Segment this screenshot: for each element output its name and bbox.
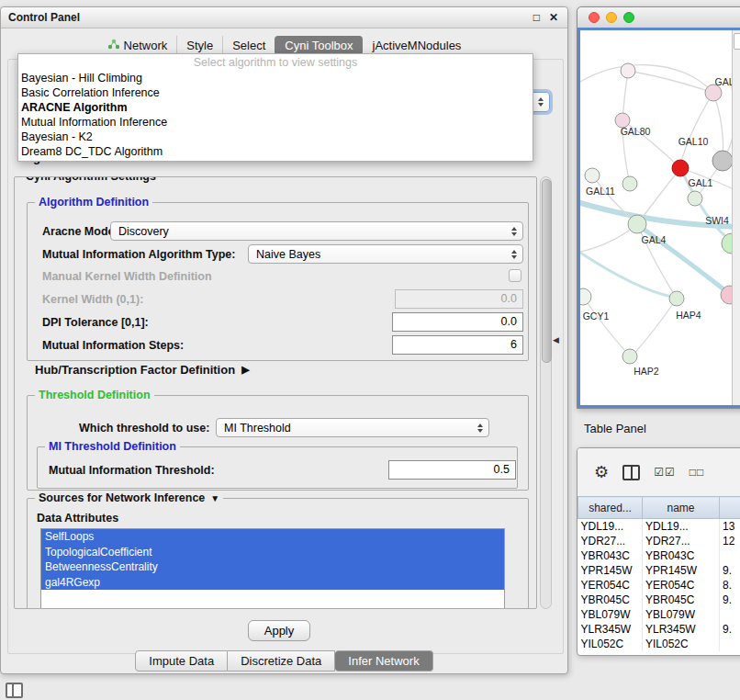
cyni-bottom-tabs: Impute Data Discretize Data Infer Networ…: [1, 650, 567, 672]
network-node[interactable]: [672, 160, 689, 176]
control-panel-titlebar[interactable]: Control Panel □ ✕: [1, 7, 567, 28]
dropdown-item[interactable]: Mutual Information Inference: [18, 115, 533, 130]
tab-network[interactable]: Network: [98, 36, 177, 55]
tab-select[interactable]: Select: [222, 36, 275, 55]
manual-kernel-checkbox[interactable]: [509, 269, 521, 282]
network-node[interactable]: [712, 151, 733, 171]
network-node[interactable]: [669, 291, 684, 306]
deselect-all-checkboxes-icon[interactable]: □□: [690, 466, 705, 479]
network-edge[interactable]: [632, 299, 677, 356]
table-row[interactable]: YLR345WYLR345W9.: [578, 622, 740, 637]
collapse-left-icon[interactable]: ◀: [553, 335, 559, 344]
dropdown-item[interactable]: Basic Correlation Inference: [18, 85, 533, 100]
network-node[interactable]: [580, 288, 591, 305]
mi-steps-label: Mutual Information Steps:: [42, 339, 184, 352]
network-view[interactable]: GALGAL80GAL10GAL11GAL1SWI4GAL4GCY1HAP4YH…: [577, 28, 740, 408]
table-column-header[interactable]: shared...: [578, 497, 643, 519]
network-canvas[interactable]: GALGAL80GAL10GAL11GAL1SWI4GAL4GCY1HAP4YH…: [580, 30, 734, 407]
table-row[interactable]: YDL19...YDL19...13: [578, 519, 740, 535]
data-attributes-list[interactable]: SelfLoops TopologicalCoefficient Between…: [40, 528, 505, 609]
table-row[interactable]: YER054CYER054C8.: [578, 578, 740, 593]
aracne-mode-combo[interactable]: Discovery: [110, 221, 523, 241]
table-column-header[interactable]: [720, 497, 740, 519]
table-row[interactable]: YPR145WYPR145W9.: [578, 563, 740, 578]
hub-definition-expander[interactable]: Hub/Transcription Factor Definition ▶: [35, 363, 250, 377]
network-scrollbar[interactable]: [732, 30, 740, 405]
network-node[interactable]: [628, 215, 646, 233]
table-cell: YDL19...: [578, 519, 643, 535]
table-cell: [720, 637, 740, 651]
tab-discretize-data[interactable]: Discretize Data: [228, 650, 335, 672]
table-cell: 9.: [720, 593, 740, 607]
network-titlebar[interactable]: [577, 7, 740, 28]
attribute-item[interactable]: SelfLoops: [41, 529, 504, 545]
tab-infer-network[interactable]: Infer Network: [335, 650, 432, 672]
attribute-item[interactable]: TopologicalCoefficient: [41, 545, 504, 560]
tab-label: Network: [124, 39, 168, 52]
apply-button[interactable]: Apply: [248, 620, 310, 641]
sources-title-label: Sources for Network Inference: [39, 491, 205, 504]
table-row[interactable]: YBL079WYBL079W: [578, 607, 740, 622]
aracne-mode-label: Aracne Mode:: [42, 225, 118, 238]
dropdown-placeholder: Select algorithm to view settings: [18, 54, 533, 71]
select-all-checkboxes-icon[interactable]: ☑☑: [654, 466, 676, 479]
network-node[interactable]: [688, 191, 702, 206]
tab-impute-data[interactable]: Impute Data: [135, 650, 228, 672]
algorithm-definition-title: Algorithm Definition: [35, 196, 152, 209]
mi-threshold-title: MI Threshold Definition: [45, 440, 180, 453]
table-row[interactable]: YBR045CYBR045C9.: [578, 593, 740, 607]
which-threshold-combo[interactable]: MI Threshold: [216, 418, 489, 437]
dropdown-item[interactable]: ARACNE Algorithm: [18, 100, 533, 115]
table-cell: YBR043C: [578, 548, 643, 563]
table-cell: YER054C: [643, 578, 720, 593]
table-cell: [720, 548, 740, 563]
cyni-settings-group: Cyni Algorithm Settings Algorithm Defini…: [14, 176, 537, 609]
table-column-header[interactable]: name: [643, 497, 720, 519]
attribute-item[interactable]: gal4RGexp: [41, 575, 504, 591]
table-row[interactable]: YBR043CYBR043C: [578, 548, 740, 563]
table-cell: YPR145W: [643, 563, 720, 578]
network-edge[interactable]: [583, 297, 630, 356]
mi-type-combo[interactable]: Naive Bayes: [248, 244, 523, 264]
network-scrollbar-button[interactable]: [734, 33, 740, 50]
network-node[interactable]: [585, 168, 600, 183]
restore-panel-icon[interactable]: [6, 683, 23, 698]
table-cell: YDL19...: [643, 519, 720, 535]
network-edge[interactable]: [681, 93, 713, 161]
network-node-label: GAL11: [586, 186, 615, 197]
close-traffic-light-icon[interactable]: [589, 12, 600, 23]
dropdown-item[interactable]: Bayesian - K2: [18, 130, 533, 144]
column-browser-icon[interactable]: [622, 465, 640, 480]
tab-cyni-toolbox[interactable]: Cyni Toolbox: [275, 36, 362, 55]
dpi-tolerance-field[interactable]: 0.0: [392, 312, 523, 332]
tab-style[interactable]: Style: [176, 36, 222, 55]
scrollbar-thumb[interactable]: [542, 179, 552, 363]
sources-title[interactable]: Sources for Network Inference ▼: [35, 491, 223, 504]
table-row[interactable]: YIL052CYIL052C: [578, 637, 740, 651]
network-node[interactable]: [622, 349, 637, 364]
minimize-traffic-light-icon[interactable]: [606, 12, 617, 23]
float-window-icon[interactable]: □: [533, 11, 540, 24]
dropdown-item[interactable]: Bayesian - Hill Climbing: [18, 71, 533, 85]
table-panel-window: ⚙ ☑☑ □□ shared...name YDL19...YDL19...13…: [577, 447, 740, 656]
settings-scrollbar[interactable]: [540, 176, 552, 609]
network-node-label: GAL10: [678, 136, 709, 147]
gear-icon[interactable]: ⚙: [594, 464, 609, 480]
network-edge[interactable]: [637, 168, 680, 224]
network-node[interactable]: [622, 176, 637, 191]
zoom-traffic-light-icon[interactable]: [623, 12, 634, 23]
attribute-item[interactable]: BetweennessCentrality: [41, 559, 504, 575]
network-tab-icon: [107, 39, 119, 52]
network-node-label: GCY1: [583, 310, 610, 322]
network-edge[interactable]: [580, 249, 672, 297]
tab-jactivemodules[interactable]: jActiveMNodules: [363, 36, 471, 55]
network-node-label: HAP2: [633, 366, 659, 377]
mi-steps-field[interactable]: 6: [392, 335, 523, 355]
table-row[interactable]: YDR27...YDR27...12: [578, 534, 740, 548]
network-edge[interactable]: [580, 65, 713, 93]
close-icon[interactable]: ✕: [549, 11, 558, 24]
mi-threshold-field[interactable]: 0.5: [388, 460, 516, 480]
dropdown-item[interactable]: Dream8 DC_TDC Algorithm: [18, 144, 533, 159]
network-node[interactable]: [621, 63, 635, 78]
network-window: GALGAL80GAL10GAL11GAL1SWI4GAL4GCY1HAP4YH…: [577, 6, 740, 409]
